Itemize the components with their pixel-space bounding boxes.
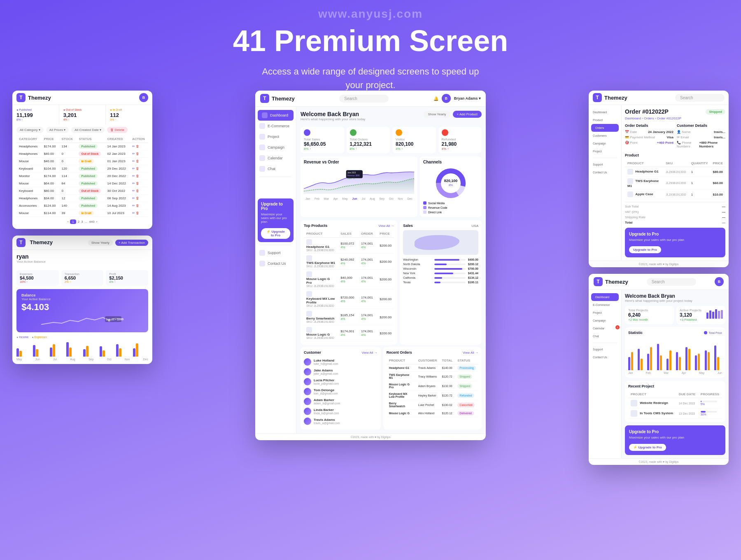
bar-sep xyxy=(83,346,98,357)
order-point-row: 🎯 Point +460 Point xyxy=(625,141,673,145)
sidebar-upgrade-btn[interactable]: ⚡ Upgrade to Pro xyxy=(261,228,290,239)
order-status-badge: Shipped xyxy=(706,109,725,114)
sales-region[interactable]: USA xyxy=(472,224,478,228)
balance-card: Balance Your Active Balance $4.103 Jun 2… xyxy=(16,289,148,332)
order-sidebar-customers[interactable]: Customers xyxy=(589,132,621,140)
svg-text:June 2023: June 2023 xyxy=(347,172,356,174)
table-row: Accessories $124.00 140 Published 14 Aug… xyxy=(16,202,148,210)
page-3[interactable]: 3 xyxy=(81,220,83,224)
bar-may xyxy=(16,348,32,357)
order-sidebar-support[interactable]: Support xyxy=(589,161,621,168)
sidebar-dashboard[interactable]: Dashboard xyxy=(258,110,294,121)
stat-bar-group xyxy=(657,344,665,370)
rb-welcome-sub: Here's what happening with your project … xyxy=(625,299,725,303)
svg-rect-14 xyxy=(712,312,714,319)
subtotal-row: Sub Total — xyxy=(625,205,725,208)
order-sidebar-product[interactable]: Product xyxy=(589,116,621,124)
svg-text:820,100: 820,100 xyxy=(444,179,458,183)
bar-blue xyxy=(638,349,640,370)
rb-ecommerce[interactable]: E-Commerce xyxy=(589,301,621,309)
refunded-icon xyxy=(442,129,448,136)
center-sidebar: Dashboard E-Commerce Project Campaign Ca… xyxy=(255,107,296,434)
rb-support[interactable]: Support xyxy=(589,345,621,353)
balance-chart: Jun 23 • $980 xyxy=(21,314,143,327)
rb-calendar[interactable]: Calendar 1 xyxy=(589,324,621,332)
sidebar-project[interactable]: Project xyxy=(255,131,296,142)
customers-view-all[interactable]: View All → xyxy=(362,351,377,355)
bar-orange xyxy=(688,349,690,370)
rb-chat[interactable]: Chat xyxy=(589,332,621,340)
rb-campaign[interactable]: Campaign xyxy=(589,317,621,324)
order-sidebar-project[interactable]: Project xyxy=(589,147,621,155)
rb-contact[interactable]: Contact Us xyxy=(589,353,621,361)
stat-bar-group xyxy=(647,347,655,370)
charts-row: Revenue vs Order xyxy=(301,156,482,217)
next-page[interactable]: › xyxy=(96,220,98,224)
bar-orange xyxy=(698,354,700,370)
filter-price[interactable]: All Prices ▾ xyxy=(46,127,69,133)
table-row: Monitor $174.00 114 Published 20 Dec 202… xyxy=(16,173,148,180)
add-product-btn[interactable]: + Add Product xyxy=(453,111,482,118)
filter-date[interactable]: All Created Date ▾ xyxy=(71,127,105,133)
oos-change: 4% ↑ xyxy=(63,118,102,121)
add-transaction-btn[interactable]: + Add Transaction xyxy=(115,240,148,246)
sidebar-chat[interactable]: Chat xyxy=(255,163,296,174)
project-icon xyxy=(259,134,265,140)
order-title-row: Order #012022P Shipped xyxy=(625,108,725,115)
center-body: Dashboard E-Commerce Project Campaign Ca… xyxy=(255,107,486,434)
visitor-icon xyxy=(396,129,402,136)
order-sidebar-dashboard[interactable]: Dashboard xyxy=(589,108,621,116)
list-item: Berry Smartwatch SKU: JL293B1913DD $185,… xyxy=(304,309,394,325)
list-item: Headphone G1 Travis Adams $140.00 Proces… xyxy=(387,364,478,372)
delete-btn[interactable]: 🗑 Delete xyxy=(107,127,127,133)
prev-page[interactable]: ‹ xyxy=(68,220,69,224)
show-yearly[interactable]: Show Yearly xyxy=(424,111,450,118)
sidebar-calendar[interactable]: Calendar xyxy=(255,153,296,163)
sidebar-ecommerce[interactable]: E-Commerce xyxy=(255,121,296,131)
bar-blue xyxy=(657,344,659,370)
right-bottom-search[interactable]: Search xyxy=(647,278,696,286)
sales-map xyxy=(403,230,478,255)
order-products-table: PRODUCT SKU QUANTITY PRICE Headphone G1 … xyxy=(625,160,725,199)
total-price-legend: Total Price xyxy=(704,331,722,334)
list-item: Jake Adams jake_a@gmail.com xyxy=(304,367,377,377)
order-products-section: Product PRODUCT SKU QUANTITY PRICE xyxy=(625,153,725,199)
list-item: TWS Earphone M1 Tracy Williams $120.72 S… xyxy=(387,372,478,381)
right-bottom-avatar[interactable]: B xyxy=(715,277,724,286)
metric-refunded: Refunded 21,980 4% ↑ xyxy=(438,127,482,153)
order-upgrade-btn[interactable]: Upgrade to Pro xyxy=(629,246,661,253)
page-2[interactable]: 2 xyxy=(78,220,79,224)
order-customer-details: Customer Details 👤 Name travis... ✉ Emai… xyxy=(677,124,725,150)
customer-avatar xyxy=(304,378,311,385)
active-projects-card: Active Projects 3,120 +3 Finished xyxy=(676,306,725,324)
products-view-all[interactable]: View All → xyxy=(378,224,394,228)
sidebar-contact[interactable]: Contact Us xyxy=(255,258,296,269)
order-sidebar-campaign[interactable]: Campaign xyxy=(589,140,621,147)
donut-wrapper: 820,100 8% xyxy=(423,167,478,201)
recent-orders-section: Recent Orders View All → PRODUCT CUSTOME… xyxy=(383,347,482,429)
list-item: TWS Earphone M1 SKU: JL293B1913DD $240,0… xyxy=(304,254,394,270)
page-1[interactable]: 1 xyxy=(70,219,76,224)
rb-dashboard[interactable]: Dashboard xyxy=(591,293,619,301)
finance-chart: ● Income ● Expenses MayJunJulAugSepOctNo… xyxy=(12,336,152,364)
total-row: Total — xyxy=(625,221,725,224)
bar-oct xyxy=(100,346,115,357)
sidebar-support[interactable]: Support xyxy=(255,247,296,258)
order-sidebar-contact[interactable]: Contact Us xyxy=(589,168,621,176)
bar-blue xyxy=(628,357,630,370)
order-sidebar-orders[interactable]: Orders xyxy=(591,124,619,132)
show-yearly-btn[interactable]: Show Yearly xyxy=(88,240,113,246)
bar-blue xyxy=(714,345,716,370)
orders-view-all[interactable]: View All → xyxy=(463,351,478,355)
rb-upgrade-btn[interactable]: ⚡ Upgrade to Pro xyxy=(629,444,666,451)
bar-nov xyxy=(116,344,131,357)
svg-rect-17 xyxy=(721,310,723,319)
page-last[interactable]: 440 xyxy=(89,220,94,224)
sidebar-divider-2 xyxy=(259,245,292,245)
sidebar-campaign[interactable]: Campaign xyxy=(255,142,296,153)
statistic-header: Statistic Total Price xyxy=(628,331,722,335)
list-item: Adam Barker adam_b@gmail.com xyxy=(304,397,377,406)
filter-category[interactable]: All Category ▾ xyxy=(16,127,44,133)
rb-project[interactable]: Project xyxy=(589,309,621,317)
bar-blue xyxy=(676,352,678,370)
